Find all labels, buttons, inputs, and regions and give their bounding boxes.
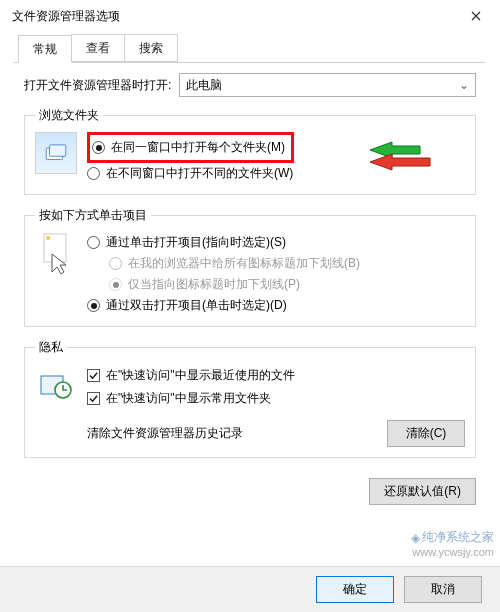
clear-history-label: 清除文件资源管理器历史记录 (87, 425, 243, 442)
click-cursor-icon (35, 232, 77, 282)
radio-icon (109, 278, 122, 291)
tab-general[interactable]: 常规 (18, 35, 72, 63)
browse-folders-group: 浏览文件夹 在同一窗口中打开每个文件夹(M) 在不同窗口中打开不同的文件夹(W) (24, 107, 476, 195)
radio-icon (109, 257, 122, 270)
close-button[interactable] (462, 6, 490, 26)
radio-double-click[interactable]: 通过双击打开项目(单击时选定)(D) (87, 295, 465, 316)
radio-underline-browser: 在我的浏览器中给所有图标标题加下划线(B) (109, 253, 465, 274)
annotation-highlight: 在同一窗口中打开每个文件夹(M) (87, 132, 294, 163)
radio-icon (87, 236, 100, 249)
checkbox-icon (87, 392, 100, 405)
watermark-logo-icon: ◈ (411, 531, 420, 545)
svg-rect-1 (50, 145, 66, 156)
privacy-legend: 隐私 (35, 339, 67, 356)
radio-single-click-label: 通过单击打开项目(指向时选定)(S) (106, 234, 286, 251)
window-title: 文件资源管理器选项 (12, 8, 120, 25)
chevron-down-icon: ⌄ (459, 78, 469, 92)
radio-double-click-label: 通过双击打开项目(单击时选定)(D) (106, 297, 287, 314)
radio-same-window[interactable]: 在同一窗口中打开每个文件夹(M) (92, 137, 285, 158)
checkbox-icon (87, 369, 100, 382)
radio-icon (87, 167, 100, 180)
radio-underline-point-label: 仅当指向图标标题时加下划线(P) (128, 276, 300, 293)
watermark: ◈纯净系统之家 www.ycwsjy.com (411, 529, 494, 558)
radio-single-click[interactable]: 通过单击打开项目(指向时选定)(S) (87, 232, 465, 253)
cancel-button[interactable]: 取消 (404, 576, 482, 603)
ok-button[interactable]: 确定 (316, 576, 394, 603)
open-with-label: 打开文件资源管理器时打开: (24, 77, 171, 94)
radio-new-window-label: 在不同窗口中打开不同的文件夹(W) (106, 165, 293, 182)
privacy-group: 隐私 在"快速访问"中显示最近使用的文件 在"快速访问"中显示常用文件夹 清除文… (24, 339, 476, 458)
radio-underline-point: 仅当指向图标标题时加下划线(P) (109, 274, 465, 295)
tab-search[interactable]: 搜索 (124, 34, 178, 62)
checkbox-recent-label: 在"快速访问"中显示最近使用的文件 (106, 367, 295, 384)
radio-icon (92, 141, 105, 154)
close-icon (471, 11, 481, 21)
checkbox-frequent-folders[interactable]: 在"快速访问"中显示常用文件夹 (87, 387, 295, 410)
checkbox-recent-files[interactable]: 在"快速访问"中显示最近使用的文件 (87, 364, 295, 387)
checkbox-frequent-label: 在"快速访问"中显示常用文件夹 (106, 390, 271, 407)
open-with-value: 此电脑 (186, 77, 222, 94)
radio-new-window[interactable]: 在不同窗口中打开不同的文件夹(W) (87, 163, 465, 184)
click-legend: 按如下方式单击项目 (35, 207, 151, 224)
tab-view[interactable]: 查看 (71, 34, 125, 62)
restore-defaults-button[interactable]: 还原默认值(R) (369, 478, 476, 505)
browse-folders-icon (35, 132, 77, 174)
privacy-clock-icon (35, 364, 77, 406)
open-with-select[interactable]: 此电脑 ⌄ (179, 73, 476, 97)
radio-icon (87, 299, 100, 312)
radio-underline-browser-label: 在我的浏览器中给所有图标标题加下划线(B) (128, 255, 360, 272)
svg-point-3 (46, 236, 50, 240)
clear-button[interactable]: 清除(C) (387, 420, 465, 447)
radio-same-window-label: 在同一窗口中打开每个文件夹(M) (111, 139, 285, 156)
browse-legend: 浏览文件夹 (35, 107, 103, 124)
click-items-group: 按如下方式单击项目 通过单击打开项目(指向时选定)(S) 在我的浏览器中给所有图… (24, 207, 476, 327)
